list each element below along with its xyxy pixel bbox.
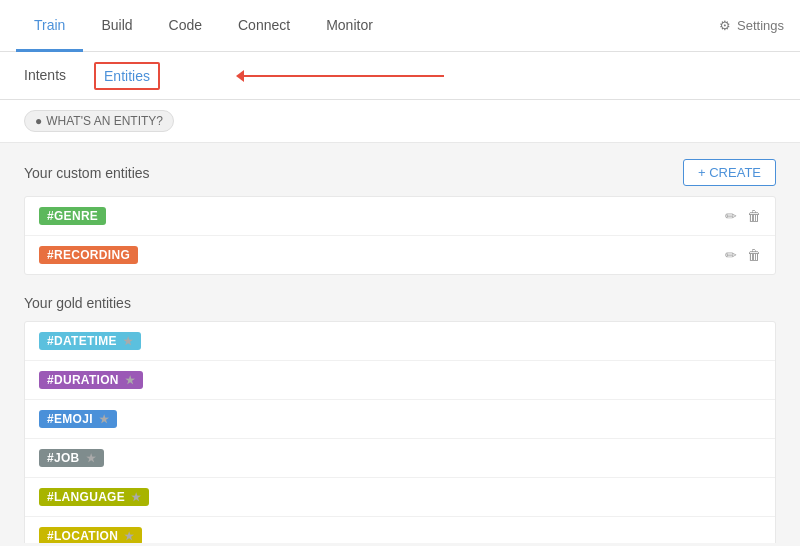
- entity-row-job: #JOB ★: [25, 439, 775, 478]
- entity-row-genre: #GENRE ✏ 🗑: [25, 197, 775, 236]
- entity-row-datetime: #DATETIME ★: [25, 322, 775, 361]
- gold-entities-title: Your gold entities: [24, 295, 131, 311]
- whats-entity-button[interactable]: ● WHAT'S AN ENTITY?: [24, 110, 174, 132]
- entity-tag-datetime[interactable]: #DATETIME ★: [39, 332, 141, 350]
- custom-entities-header: Your custom entities + CREATE: [24, 159, 776, 186]
- entity-tag-duration[interactable]: #DURATION ★: [39, 371, 143, 389]
- star-icon-emoji: ★: [99, 413, 109, 426]
- entity-actions-recording: ✏ 🗑: [725, 247, 761, 263]
- nav-tabs: Train Build Code Connect Monitor: [16, 0, 719, 51]
- nav-tab-code[interactable]: Code: [151, 1, 220, 52]
- arrow-head-icon: [236, 70, 244, 82]
- star-icon-duration: ★: [125, 374, 135, 387]
- star-icon-datetime: ★: [123, 335, 133, 348]
- entity-tag-location[interactable]: #LOCATION ★: [39, 527, 142, 543]
- sub-tab-intents[interactable]: Intents: [24, 52, 78, 99]
- entity-actions-genre: ✏ 🗑: [725, 208, 761, 224]
- nav-tab-connect[interactable]: Connect: [220, 1, 308, 52]
- main-content: Your custom entities + CREATE #GENRE ✏ 🗑…: [0, 143, 800, 543]
- top-nav: Train Build Code Connect Monitor ⚙ Setti…: [0, 0, 800, 52]
- entity-tag-language[interactable]: #LANGUAGE ★: [39, 488, 149, 506]
- nav-tab-monitor[interactable]: Monitor: [308, 1, 391, 52]
- custom-entities-list: #GENRE ✏ 🗑 #RECORDING ✏ 🗑: [24, 196, 776, 275]
- gold-entities-list: #DATETIME ★ #DURATION ★ #EMOJI ★ #JOB ★: [24, 321, 776, 543]
- star-icon-job: ★: [86, 452, 96, 465]
- entity-tag-job[interactable]: #JOB ★: [39, 449, 104, 467]
- sub-tab-entities[interactable]: Entities: [94, 62, 160, 90]
- arrow-line: [244, 75, 444, 77]
- entity-row-recording: #RECORDING ✏ 🗑: [25, 236, 775, 274]
- edit-icon-genre[interactable]: ✏: [725, 208, 737, 224]
- entity-row-duration: #DURATION ★: [25, 361, 775, 400]
- star-icon-location: ★: [124, 530, 134, 543]
- entity-row-location: #LOCATION ★: [25, 517, 775, 543]
- entity-row-emoji: #EMOJI ★: [25, 400, 775, 439]
- arrow-annotation: [236, 66, 444, 86]
- settings-button[interactable]: ⚙ Settings: [719, 18, 784, 33]
- nav-tab-train[interactable]: Train: [16, 1, 83, 52]
- trash-icon-recording[interactable]: 🗑: [747, 247, 761, 263]
- edit-icon-recording[interactable]: ✏: [725, 247, 737, 263]
- custom-entities-title: Your custom entities: [24, 165, 150, 181]
- create-button[interactable]: + CREATE: [683, 159, 776, 186]
- sub-nav: Intents Entities: [0, 52, 800, 100]
- trash-icon-genre[interactable]: 🗑: [747, 208, 761, 224]
- entity-tag-genre[interactable]: #GENRE: [39, 207, 106, 225]
- entity-tag-emoji[interactable]: #EMOJI ★: [39, 410, 117, 428]
- question-icon: ●: [35, 114, 42, 128]
- nav-tab-build[interactable]: Build: [83, 1, 150, 52]
- gear-icon: ⚙: [719, 18, 731, 33]
- entity-row-language: #LANGUAGE ★: [25, 478, 775, 517]
- star-icon-language: ★: [131, 491, 141, 504]
- gold-entities-header: Your gold entities: [24, 295, 776, 311]
- entity-tag-recording[interactable]: #RECORDING: [39, 246, 138, 264]
- entity-help-row: ● WHAT'S AN ENTITY?: [0, 100, 800, 143]
